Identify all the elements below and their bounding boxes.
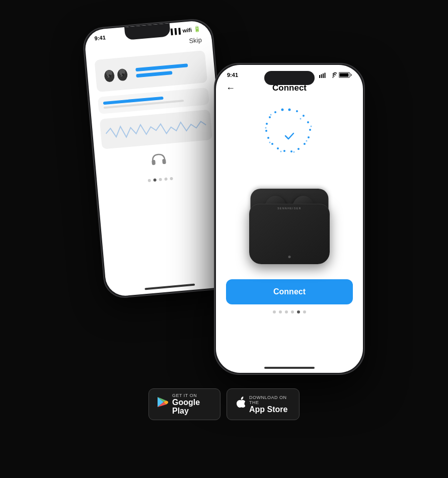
card-settings: [98, 88, 209, 114]
connect-button[interactable]: Connect: [226, 279, 353, 304]
svg-point-25: [290, 150, 292, 152]
led-dot: [288, 256, 291, 258]
svg-point-18: [296, 110, 298, 112]
svg-point-31: [266, 123, 268, 125]
store-buttons-container: GET IT ON Google Play Download on the Ap…: [148, 388, 300, 420]
dot-2: [153, 179, 157, 182]
fdot-5: [297, 310, 300, 313]
dynamic-island: [264, 71, 315, 85]
svg-text:S: S: [107, 74, 109, 78]
svg-point-32: [269, 116, 271, 118]
case-body: SENNHEISER: [249, 204, 330, 264]
svg-rect-10: [319, 75, 320, 78]
svg-rect-12: [323, 73, 324, 78]
front-phone-time: 9:41: [227, 72, 238, 78]
card-bars: [135, 62, 201, 77]
google-play-text: GET IT ON Google Play: [172, 393, 212, 416]
svg-rect-16: [340, 73, 349, 77]
fdot-1: [273, 310, 276, 313]
svg-rect-11: [321, 74, 322, 78]
front-home-indicator: [264, 367, 315, 369]
wave-svg: [105, 115, 207, 144]
svg-point-26: [283, 150, 285, 152]
brand-label: SENNHEISER: [277, 207, 302, 210]
svg-point-30: [265, 130, 267, 132]
earbuds-preview: S S: [100, 62, 132, 87]
svg-point-22: [308, 136, 310, 138]
app-store-name: App Store: [249, 405, 291, 414]
check-icon: [279, 126, 300, 146]
google-play-name: Google Play: [172, 398, 212, 416]
svg-point-39: [280, 151, 282, 152]
svg-point-21: [309, 129, 311, 131]
front-phone: 9:41: [214, 63, 365, 375]
svg-point-28: [271, 143, 273, 145]
front-phone-pagination: [216, 310, 363, 313]
svg-point-34: [281, 109, 284, 111]
svg-point-17: [288, 109, 291, 111]
back-phone: 9:41 ▐▐▐ wifi 🔋 Skip: [82, 18, 236, 300]
dot-1: [147, 179, 151, 183]
card-wave: [100, 110, 212, 149]
dot-5: [170, 177, 173, 181]
headphone-icon: [103, 146, 214, 174]
svg-point-40: [269, 142, 271, 143]
svg-point-35: [300, 118, 302, 120]
bar-1: [135, 63, 188, 71]
svg-point-24: [297, 148, 300, 150]
svg-rect-13: [325, 72, 326, 78]
back-phone-status-icons: ▐▐▐ wifi 🔋: [169, 26, 201, 35]
svg-point-36: [311, 126, 312, 127]
dot-3: [159, 178, 162, 182]
earbuds-case-container: SENNHEISER: [234, 174, 345, 274]
svg-point-20: [307, 121, 309, 123]
app-store-text: Download on the App Store: [249, 395, 291, 414]
fdot-3: [285, 310, 288, 313]
fdot-6: [303, 310, 306, 313]
svg-point-41: [265, 127, 267, 129]
fdot-4: [291, 310, 294, 313]
back-home-indicator: [144, 284, 195, 290]
svg-point-37: [306, 140, 308, 142]
google-play-icon: [157, 396, 168, 412]
svg-point-33: [274, 111, 276, 113]
svg-point-27: [277, 147, 279, 149]
svg-point-42: [270, 114, 272, 116]
earbuds-case: SENNHEISER: [244, 184, 335, 264]
app-store-button[interactable]: Download on the App Store: [227, 388, 300, 420]
earbuds-svg: S S: [101, 63, 130, 86]
svg-point-19: [303, 115, 305, 117]
svg-rect-9: [162, 159, 166, 165]
svg-point-38: [293, 151, 295, 153]
app-store-sub: Download on the: [249, 395, 291, 405]
bar-2: [136, 71, 172, 77]
google-play-button[interactable]: GET IT ON Google Play: [148, 388, 220, 420]
svg-point-23: [304, 143, 306, 145]
google-play-sub: GET IT ON: [172, 393, 212, 398]
back-phone-time: 9:41: [94, 34, 106, 41]
front-status-icons: [319, 72, 352, 78]
apple-icon: [235, 396, 245, 412]
fdot-2: [279, 310, 282, 313]
scan-animation: [257, 103, 322, 169]
back-phone-content: S S: [86, 45, 223, 180]
svg-rect-8: [152, 160, 156, 166]
svg-point-29: [267, 137, 269, 139]
scene: 9:41 ▐▐▐ wifi 🔋 Skip: [73, 23, 375, 435]
back-arrow-button[interactable]: ←: [226, 83, 235, 94]
svg-text:S: S: [120, 73, 122, 77]
card-earbuds: S S: [94, 50, 207, 92]
dot-4: [164, 178, 168, 181]
